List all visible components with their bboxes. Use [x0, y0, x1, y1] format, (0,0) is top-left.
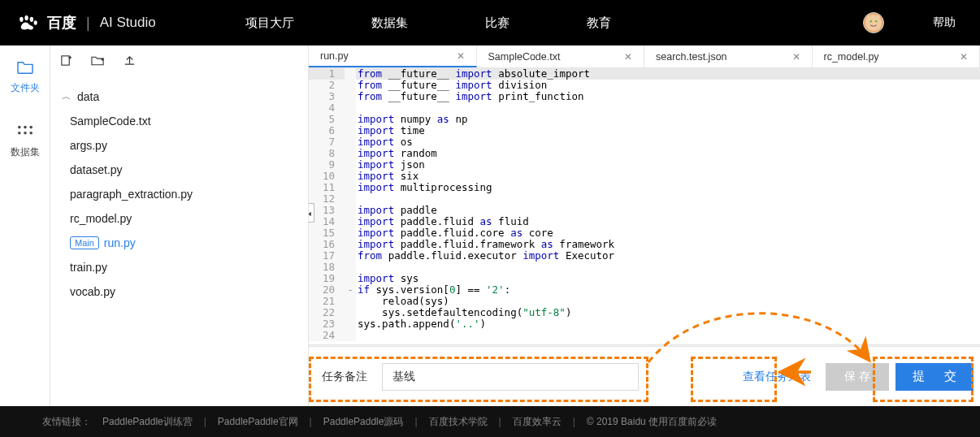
footer: 友情链接： PaddlePaddle训练营| PaddlePaddle官网| P…: [0, 406, 980, 437]
file-item[interactable]: SampleCode.txt: [63, 109, 308, 133]
rail-files[interactable]: 文件夹: [11, 60, 40, 95]
submit-button[interactable]: 提 交: [895, 363, 973, 391]
tab-rc-model[interactable]: rc_model.py✕: [813, 45, 981, 67]
svg-point-3: [34, 20, 37, 25]
rail-datasets[interactable]: 数据集: [11, 124, 40, 159]
file-item-active[interactable]: Mainrun.py: [63, 231, 308, 255]
svg-point-2: [30, 17, 33, 22]
footer-link[interactable]: PaddlePaddle官网: [218, 415, 298, 429]
upload-icon[interactable]: [124, 54, 136, 69]
svg-point-11: [29, 126, 33, 129]
footer-link[interactable]: 百度技术学院: [429, 415, 488, 429]
tab-label: search.test.json: [656, 51, 727, 63]
svg-point-6: [875, 20, 877, 22]
nav-links: 项目大厅 数据集 比赛 教育: [245, 15, 611, 31]
file-tree: ︿data SampleCode.txt args.py dataset.py …: [50, 84, 308, 304]
nav-education[interactable]: 教育: [587, 15, 611, 31]
left-rail: 文件夹 数据集: [0, 45, 50, 406]
tab-label: rc_model.py: [824, 51, 879, 63]
file-label: train.py: [70, 261, 107, 274]
tab-search-test[interactable]: search.test.json✕: [644, 45, 813, 67]
footer-prefix: 友情链接：: [42, 415, 91, 429]
file-item[interactable]: train.py: [63, 255, 308, 279]
new-folder-icon[interactable]: [91, 55, 105, 69]
svg-point-5: [870, 20, 872, 22]
footer-link[interactable]: 百度效率云: [513, 415, 562, 429]
nav-competition[interactable]: 比赛: [485, 15, 510, 31]
paw-icon: [16, 15, 39, 30]
svg-point-1: [24, 15, 28, 20]
file-item[interactable]: vocab.py: [63, 279, 308, 304]
svg-point-12: [18, 132, 21, 135]
brand-sep: |: [86, 15, 90, 32]
help-link[interactable]: 帮助: [933, 15, 956, 30]
close-icon[interactable]: ✕: [960, 51, 968, 63]
file-label: vocab.py: [70, 285, 115, 298]
file-item[interactable]: paragraph_extraction.py: [63, 182, 308, 206]
footer-copyright: © 2019 Baidu 使用百度前必读: [587, 415, 717, 429]
file-panel: ︿data SampleCode.txt args.py dataset.py …: [50, 45, 309, 406]
close-icon[interactable]: ✕: [457, 50, 465, 62]
logo[interactable]: 百度 | AI Studio: [16, 13, 156, 32]
panel-collapse-handle[interactable]: [309, 203, 314, 223]
svg-point-7: [867, 15, 872, 20]
note-input[interactable]: [382, 363, 639, 391]
task-bar: 任务备注 查看任务列表 保 存 提 交: [309, 346, 980, 406]
editor-tabs: run.py✕ SampleCode.txt✕ search.test.json…: [309, 45, 980, 68]
save-button[interactable]: 保 存: [826, 363, 889, 391]
footer-link[interactable]: PaddlePaddle训练营: [102, 415, 193, 429]
file-label: SampleCode.txt: [70, 115, 151, 128]
tab-samplecode[interactable]: SampleCode.txt✕: [477, 45, 645, 67]
close-icon[interactable]: ✕: [792, 51, 800, 63]
main-badge: Main: [70, 236, 99, 249]
caret-icon: ︿: [62, 92, 71, 102]
svg-point-8: [876, 15, 881, 20]
file-label: run.py: [104, 236, 136, 249]
file-item[interactable]: dataset.py: [63, 158, 308, 182]
svg-point-13: [24, 132, 27, 135]
file-item[interactable]: rc_model.py: [63, 206, 308, 231]
file-label: dataset.py: [70, 163, 123, 176]
editor-panel: run.py✕ SampleCode.txt✕ search.test.json…: [309, 45, 980, 406]
file-label: args.py: [70, 139, 107, 152]
svg-point-14: [29, 132, 33, 135]
folder-data[interactable]: ︿data: [55, 84, 308, 109]
brand-ch: 百度: [47, 13, 76, 32]
svg-point-9: [18, 126, 21, 129]
tab-label: SampleCode.txt: [488, 51, 561, 63]
svg-point-10: [24, 126, 27, 129]
folder-label: data: [77, 90, 99, 103]
brand-en: AI Studio: [100, 15, 156, 31]
rail-files-label: 文件夹: [11, 81, 40, 95]
file-item[interactable]: args.py: [63, 133, 308, 158]
top-nav: 百度 | AI Studio 项目大厅 数据集 比赛 教育 帮助: [0, 0, 980, 45]
view-tasks-link[interactable]: 查看任务列表: [739, 363, 814, 391]
file-toolbar: [50, 45, 308, 70]
svg-point-0: [20, 17, 23, 22]
close-icon[interactable]: ✕: [624, 51, 632, 63]
code-editor[interactable]: 1from __future__ import absolute_import2…: [309, 68, 980, 344]
file-label: rc_model.py: [70, 212, 132, 225]
footer-link[interactable]: PaddlePaddle源码: [323, 415, 404, 429]
tab-label: run.py: [320, 50, 349, 62]
new-file-icon[interactable]: [60, 54, 72, 69]
avatar[interactable]: [863, 12, 884, 33]
nav-datasets[interactable]: 数据集: [371, 15, 408, 31]
tab-run-py[interactable]: run.py✕: [309, 45, 477, 67]
nav-project-hall[interactable]: 项目大厅: [245, 15, 294, 31]
file-label: paragraph_extraction.py: [70, 188, 193, 201]
rail-datasets-label: 数据集: [11, 145, 40, 159]
note-label: 任务备注: [322, 370, 367, 384]
svg-rect-15: [62, 56, 69, 65]
